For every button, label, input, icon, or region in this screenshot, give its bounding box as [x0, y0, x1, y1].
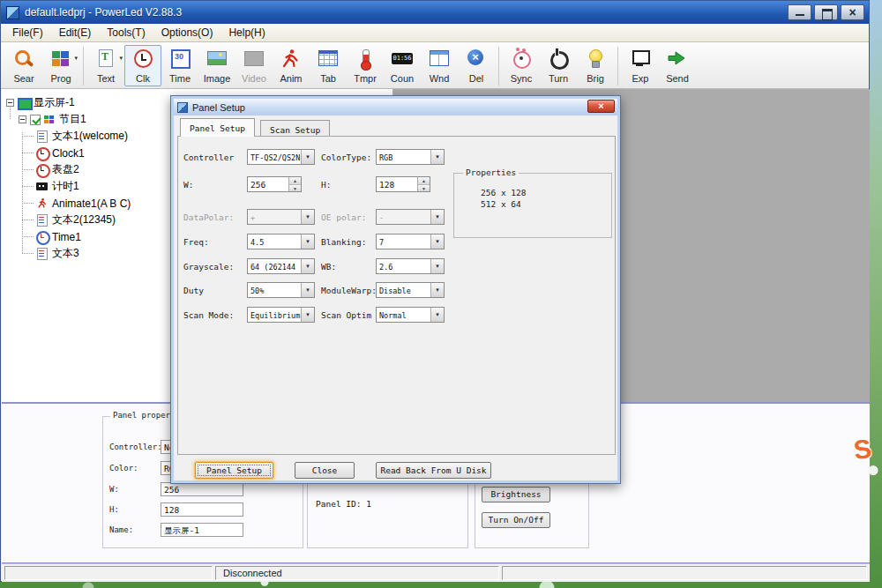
toolbar-button-table[interactable]: Tab [310, 45, 347, 86]
tab-scan-setup[interactable]: Scan Setup [260, 120, 330, 136]
dialog-titlebar[interactable]: Panel Setup [174, 99, 617, 115]
collapse-icon[interactable] [6, 99, 14, 107]
toolbar-button-counter[interactable]: 01:56 Coun [384, 45, 421, 86]
chevron-down-icon[interactable] [301, 234, 314, 249]
menu-tools[interactable]: Tools(T) [99, 25, 153, 41]
maximize-button[interactable] [814, 4, 838, 20]
tree-connector [22, 136, 34, 137]
toolbar-button-clock[interactable]: Clk [124, 45, 161, 86]
chevron-down-icon[interactable]: ▾ [74, 55, 78, 62]
tab-panel-setup[interactable]: Panel Setup [180, 118, 255, 137]
window-icon [428, 48, 451, 71]
chevron-down-icon[interactable]: ▾ [119, 55, 123, 62]
blanking-combo[interactable]: 7 [376, 234, 445, 249]
program-item-icon [43, 114, 56, 125]
tree-item-screen[interactable]: 显示屏-1 [6, 94, 131, 111]
tree-item-timer1[interactable]: 计时1 [6, 178, 131, 195]
checkbox-checked-icon[interactable] [30, 115, 41, 125]
text-item-icon [36, 130, 49, 142]
height-input[interactable] [377, 177, 417, 191]
height-field[interactable]: 128 [161, 502, 243, 517]
oepolar-combo: - [376, 209, 445, 225]
export-icon [629, 48, 652, 71]
controller-combo[interactable]: TF-QS2/QS2N [247, 149, 315, 165]
tree-item-label: 文本3 [52, 246, 79, 261]
freq-combo[interactable]: 4.5 [247, 234, 315, 249]
toolbar-button-program[interactable]: ▾ Prog [42, 45, 79, 86]
toolbar-button-send[interactable]: Send [659, 45, 696, 86]
toolbar-button-turn[interactable]: Turn [540, 45, 577, 86]
panel-setup-button[interactable]: Panel Setup [195, 462, 273, 479]
dialog-close-button[interactable] [587, 100, 615, 113]
toolbar-button-search[interactable]: Sear [5, 45, 42, 86]
read-back-button[interactable]: Read Back From U Disk [376, 462, 491, 479]
duty-combo[interactable]: 50% [247, 282, 315, 298]
tree-connector [22, 253, 34, 254]
tree-item-label: 显示屏-1 [34, 95, 75, 110]
close-dialog-button[interactable]: Close [295, 462, 355, 479]
properties-line: 256 x 128 [481, 187, 611, 198]
tree-item-text2[interactable]: 文本2(12345) [6, 212, 131, 228]
toolbar-button-animation[interactable]: Anim [273, 45, 310, 86]
turn-onoff-button[interactable]: Turn On/Off [482, 512, 550, 528]
window-titlebar[interactable]: default.ledprj - PowerLed V2.88.3 [1, 1, 869, 24]
minimize-button[interactable] [788, 4, 811, 20]
width-spinner[interactable] [247, 176, 302, 192]
spin-up-icon[interactable] [418, 177, 430, 185]
tree-item-clock1[interactable]: Clock1 [6, 145, 131, 161]
chevron-down-icon[interactable] [430, 234, 444, 249]
dial-item-icon [36, 164, 49, 175]
tree-item-text1[interactable]: 文本1(welcome) [6, 128, 131, 145]
alarm-clock-icon [510, 48, 533, 71]
collapse-icon[interactable] [19, 115, 26, 123]
toolbar-button-temperature[interactable]: Tmpr [347, 45, 384, 86]
toolbar-button-window[interactable]: Wnd [421, 45, 458, 86]
close-button[interactable] [841, 4, 864, 20]
tree-item-program[interactable]: 节目1 [6, 111, 131, 128]
chevron-down-icon[interactable] [430, 150, 444, 164]
width-field[interactable]: 256 [161, 482, 243, 496]
modulewarp-combo[interactable]: Disable [376, 282, 445, 298]
spin-down-icon[interactable] [289, 185, 301, 192]
time-icon: 30 [168, 48, 191, 71]
brightness-button[interactable]: Brightness [482, 487, 550, 502]
menu-file[interactable]: File(F) [4, 25, 51, 41]
tree-item-dial2[interactable]: 表盘2 [6, 161, 131, 178]
grayscale-combo[interactable]: 64 (262144 co [247, 258, 315, 274]
scanoptim-combo[interactable]: Normal [376, 307, 445, 323]
toolbar-button-sync[interactable]: Sync [503, 45, 540, 86]
properties-group: Properties 256 x 128 512 x 64 [453, 173, 612, 238]
toolbar-button-text[interactable]: ▾ Text [87, 45, 124, 86]
toolbar-button-export[interactable]: Exp [622, 45, 659, 86]
menu-help[interactable]: Help(H) [220, 25, 273, 41]
menu-edit[interactable]: Edit(E) [51, 25, 100, 41]
text-item-icon [36, 248, 49, 259]
chevron-down-icon[interactable] [301, 150, 314, 164]
toolbar-button-delete[interactable]: Del [458, 45, 495, 86]
spin-up-icon[interactable] [289, 177, 301, 185]
app-icon [6, 6, 19, 19]
toolbar-button-brightness[interactable]: Brig [577, 45, 614, 86]
width-input[interactable] [248, 177, 288, 191]
spinner-buttons [288, 177, 301, 191]
menu-options[interactable]: Options(O) [153, 25, 221, 41]
colortype-combo[interactable]: RGB [376, 149, 445, 165]
name-field[interactable]: 显示屏-1 [161, 523, 243, 537]
tree-item-animate1[interactable]: Animate1(A B C) [6, 195, 131, 212]
wb-combo[interactable]: 2.6 [376, 258, 445, 274]
chevron-down-icon[interactable] [301, 283, 314, 297]
height-spinner[interactable] [376, 176, 430, 192]
chevron-down-icon[interactable] [430, 259, 444, 273]
chevron-down-icon[interactable] [430, 308, 444, 322]
tree-item-text3[interactable]: 文本3 [6, 245, 131, 262]
chevron-down-icon[interactable] [430, 283, 444, 297]
toolbar-button-time[interactable]: 30 Time [161, 45, 198, 86]
chevron-down-icon[interactable] [301, 259, 314, 273]
spin-down-icon[interactable] [418, 185, 430, 192]
chevron-down-icon[interactable] [301, 308, 314, 322]
tree-item-label: 计时1 [52, 179, 79, 194]
toolbar-button-image[interactable]: Image [198, 45, 235, 86]
scanmode-combo[interactable]: Equilibrium 1 [247, 307, 315, 323]
tree-item-time1[interactable]: Time1 [6, 228, 131, 245]
tree-connector [22, 169, 34, 170]
